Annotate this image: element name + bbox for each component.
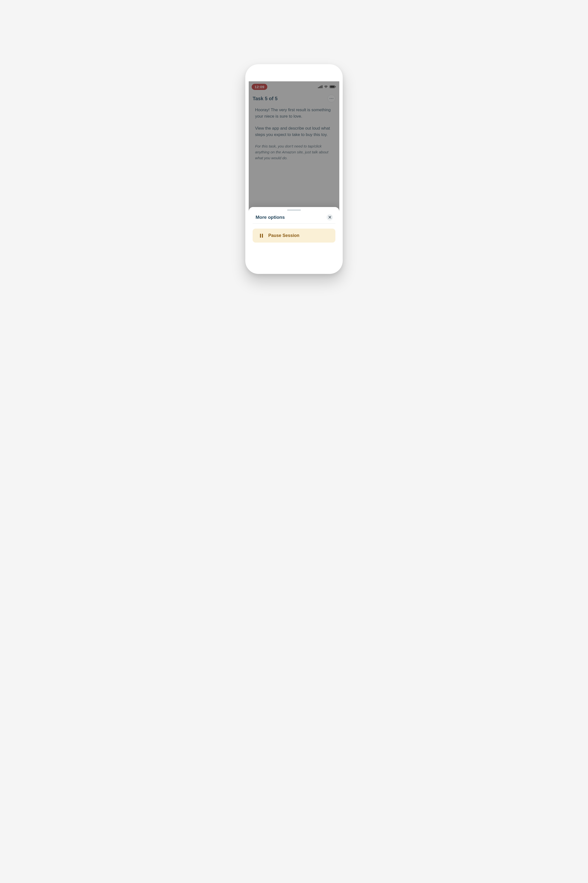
pause-session-button[interactable]: Pause Session bbox=[253, 229, 335, 242]
screen: 12:09 bbox=[249, 81, 339, 246]
canvas: 12:09 bbox=[184, 0, 404, 331]
sheet-handle[interactable] bbox=[287, 209, 301, 211]
sheet-header: More options bbox=[253, 214, 335, 224]
close-icon bbox=[328, 215, 331, 220]
app-area: 12:09 bbox=[249, 81, 339, 246]
pause-icon bbox=[260, 234, 263, 238]
bottom-sheet: More options Pause Session bbox=[249, 207, 339, 246]
sheet-title: More options bbox=[256, 215, 285, 220]
pause-session-label: Pause Session bbox=[268, 233, 299, 238]
close-button[interactable] bbox=[327, 214, 333, 221]
phone-frame: 12:09 bbox=[245, 64, 343, 274]
